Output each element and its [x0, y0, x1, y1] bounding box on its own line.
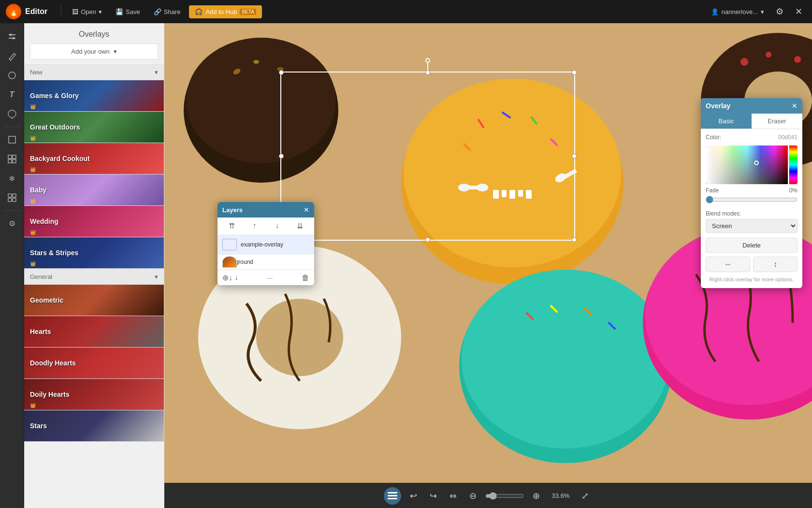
- add-hub-label: Add to Hub: [205, 8, 237, 15]
- share-button[interactable]: 🔗 Share: [149, 5, 186, 18]
- svg-point-38: [477, 184, 488, 191]
- overlay-item-games-glory[interactable]: Games & Glory 👑: [24, 80, 164, 112]
- overlay-item-wedding[interactable]: Wedding 👑: [24, 206, 164, 237]
- overlay-panel-header: Overlay ✕: [701, 98, 802, 114]
- general-section-chevron: ▾: [155, 273, 158, 280]
- expand-horizontal-button[interactable]: ↔: [706, 257, 750, 272]
- layers-merge-icon[interactable]: ⊕↓: [222, 273, 232, 282]
- undo-button[interactable]: ↩: [406, 488, 421, 504]
- redo-button[interactable]: ↪: [426, 488, 441, 504]
- layer-move-up-button[interactable]: ↑: [244, 220, 265, 232]
- layer-move-down-button[interactable]: ↓: [267, 220, 288, 232]
- svg-rect-35: [526, 190, 532, 199]
- svg-point-21: [253, 60, 259, 64]
- blend-mode-select[interactable]: Screen Normal Multiply Overlay Darken Li…: [706, 219, 798, 233]
- color-cursor[interactable]: [754, 160, 759, 165]
- overlay-item-label: Baby: [30, 186, 46, 194]
- text-tool[interactable]: T: [3, 86, 21, 103]
- overlay-item-label: Doodly Hearts: [30, 359, 76, 367]
- overlay-item-doily-hearts[interactable]: Doily Hearts 👑: [24, 379, 164, 410]
- fullscreen-button[interactable]: ⤢: [578, 488, 593, 504]
- overlay-item-label: Hearts: [30, 328, 51, 335]
- close-button[interactable]: ✕: [791, 4, 806, 19]
- color-picker[interactable]: [706, 145, 798, 184]
- canvas-wrapper[interactable]: Layers ✕ ⇈ ↑ ↓ ⇊ example-overlay Backgro…: [164, 23, 812, 483]
- zoom-slider[interactable]: [485, 492, 524, 500]
- overlay-item-doodly-hearts[interactable]: Doodly Hearts: [24, 348, 164, 379]
- save-button[interactable]: 💾 Save: [111, 5, 145, 18]
- app-title: Editor: [25, 7, 47, 16]
- svg-rect-59: [388, 492, 397, 493]
- add-own-button[interactable]: Add your own ▾: [30, 44, 158, 59]
- layer-item-overlay[interactable]: example-overlay: [218, 235, 314, 255]
- share-icon: 🔗: [154, 8, 161, 15]
- overlay-item-great-outdoors[interactable]: Great Outdoors 👑: [24, 112, 164, 143]
- overlay-item-hearts[interactable]: Hearts: [24, 316, 164, 348]
- layer-name: example-overlay: [241, 241, 283, 248]
- adjust-tool[interactable]: [3, 28, 21, 45]
- sidebar-title: Overlays: [30, 30, 158, 39]
- circle-tool[interactable]: [3, 67, 21, 84]
- overlays-sidebar: Overlays Add your own ▾ New ▾ Games & Gl…: [24, 23, 164, 508]
- overlay-panel-close-button[interactable]: ✕: [792, 102, 798, 110]
- layers-toggle-button[interactable]: [384, 487, 401, 505]
- fade-row: Fade 0%: [706, 187, 798, 205]
- user-icon: 👤: [711, 8, 719, 15]
- new-section-header: New ▾: [24, 64, 164, 80]
- fade-value: 0%: [789, 187, 798, 194]
- color-gradient[interactable]: [706, 145, 788, 184]
- tab-eraser[interactable]: Eraser: [752, 114, 802, 129]
- overlay-item-label: Doily Hearts: [30, 391, 70, 398]
- headphones-icon: 🎧: [195, 8, 203, 15]
- overlay-item-backyard-cookout[interactable]: Backyard Cookout 👑: [24, 143, 164, 174]
- flip-button[interactable]: ⇔: [446, 488, 461, 504]
- overlay-panel-title: Overlay: [706, 102, 792, 110]
- color-label: Color:: [706, 134, 735, 141]
- fade-slider[interactable]: [706, 196, 798, 203]
- bottom-bar: ↩ ↪ ⇔ ⊖ ⊕ 33.6% ⤢: [164, 483, 812, 508]
- color-hue-bar[interactable]: [789, 145, 798, 184]
- zoom-level: 33.6%: [549, 492, 573, 499]
- overlay-panel: Overlay ✕ Basic Eraser Color: 00d041: [701, 98, 802, 288]
- overlay-item-stars-stripes[interactable]: Stars & Stripes 👑: [24, 237, 164, 269]
- crown-icon: 👑: [30, 261, 36, 266]
- svg-rect-8: [13, 155, 16, 159]
- save-label: Save: [126, 8, 140, 15]
- draw-tool[interactable]: [3, 47, 21, 65]
- zoom-in-button[interactable]: ⊕: [529, 488, 544, 504]
- svg-rect-12: [13, 194, 16, 197]
- overlay-item-geometric[interactable]: Geometric: [24, 285, 164, 316]
- add-to-hub-button[interactable]: 🎧 Add to Hub BETA: [189, 5, 261, 18]
- layers-down-icon[interactable]: ↓: [234, 273, 238, 282]
- zoom-out-button[interactable]: ⊖: [465, 488, 480, 504]
- tool-separator-2: [5, 210, 19, 211]
- crop-tool[interactable]: [3, 131, 21, 148]
- user-menu-button[interactable]: 👤 nannerlove... ▾: [707, 6, 768, 17]
- layer-thumbnail: [222, 239, 237, 250]
- overlay-item-label: Backyard Cookout: [30, 155, 90, 162]
- settings-tool[interactable]: ⚙: [3, 215, 21, 232]
- overlay-item-stars[interactable]: Stars: [24, 410, 164, 442]
- layers-footer: ⊕↓ ↓ ··· 🗑: [218, 270, 314, 285]
- snowflake-tool[interactable]: ❄: [3, 170, 21, 187]
- puzzle-tool[interactable]: [3, 189, 21, 206]
- grid-tool[interactable]: [3, 150, 21, 168]
- layer-move-top-button[interactable]: ⇈: [221, 220, 242, 232]
- fade-label-row: Fade 0%: [706, 187, 798, 194]
- layer-move-bottom-button[interactable]: ⇊: [290, 220, 310, 232]
- layers-delete-icon[interactable]: 🗑: [302, 274, 309, 282]
- tab-basic[interactable]: Basic: [701, 114, 752, 129]
- overlay-tool[interactable]: [3, 105, 21, 123]
- fade-label: Fade: [706, 187, 719, 194]
- layer-item-background[interactable]: Background: [218, 255, 314, 270]
- layers-close-button[interactable]: ✕: [304, 206, 309, 214]
- delete-overlay-button[interactable]: Delete: [706, 238, 798, 253]
- expand-vertical-button[interactable]: ↕: [753, 257, 798, 272]
- overlay-item-baby[interactable]: Baby 👑: [24, 174, 164, 206]
- layer-thumbnail: [222, 256, 237, 268]
- settings-button[interactable]: ⚙: [772, 4, 787, 19]
- open-button[interactable]: 🖼 Open ▾: [67, 5, 107, 18]
- overlay-item-label: Stars: [30, 422, 47, 430]
- svg-line-4: [9, 59, 11, 60]
- layers-more-options[interactable]: ···: [238, 274, 302, 282]
